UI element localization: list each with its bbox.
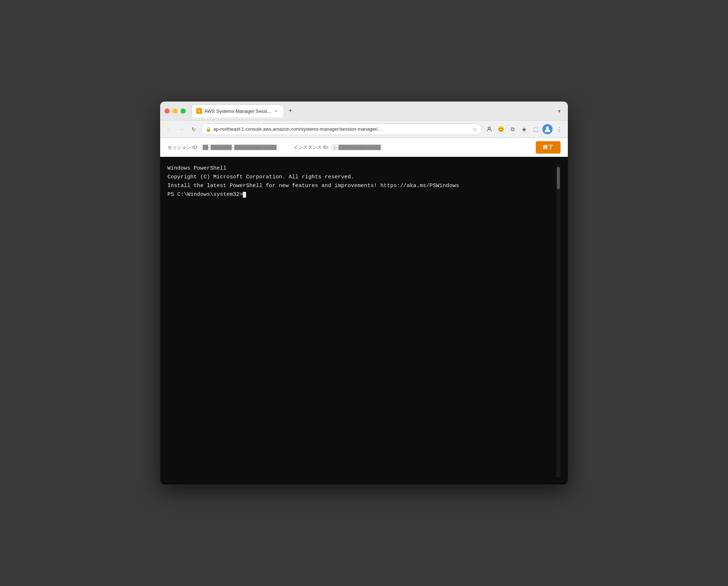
copy-icon[interactable]: ⧉ [507, 124, 518, 134]
tab-title: AWS Systems Manager Sessi... [204, 108, 271, 114]
terminal[interactable]: Windows PowerShell Copyright (C) Microso… [160, 157, 568, 484]
back-button[interactable]: ← [164, 124, 174, 134]
instance-id-info: インスタンス ID: i-████████████████ [293, 144, 383, 151]
instance-id-label: インスタンス ID: [293, 144, 329, 151]
new-tab-button[interactable]: + [285, 106, 296, 116]
back-icon: ← [166, 126, 171, 132]
terminal-prompt: PS C:\Windows\system32> [167, 190, 556, 199]
forward-button[interactable]: → [176, 124, 186, 134]
terminal-content: Windows PowerShell Copyright (C) Microso… [167, 164, 556, 477]
bookmark-star-icon[interactable]: ☆ [472, 126, 477, 132]
active-tab[interactable]: A AWS Systems Manager Sessi... × [191, 104, 284, 118]
browser-window: A AWS Systems Manager Sessi... × + ▾ ← →… [160, 102, 568, 484]
tab-favicon: A [196, 108, 202, 114]
forward-icon: → [179, 126, 184, 132]
session-id-value: ██-████████-████████████████ [201, 144, 278, 151]
reload-icon: ↻ [191, 126, 196, 132]
terminal-line-4: Install the latest PowerShell for new fe… [167, 182, 556, 190]
browser-icons: 😊 ⧉ ◈ ⬚ ⋮ [484, 124, 564, 134]
cast-icon[interactable]: ◈ [519, 124, 529, 134]
traffic-lights [165, 108, 186, 114]
extension-icon[interactable]: ⬚ [531, 124, 541, 134]
session-bar: セッション ID: ██-████████-████████████████ イ… [160, 138, 568, 157]
lock-icon: 🔒 [206, 127, 211, 132]
tab-bar: A AWS Systems Manager Sessi... × + [191, 102, 552, 120]
emoji-icon[interactable]: 😊 [496, 124, 506, 134]
url-text: ap-northeast-1.console.aws.amazon.com/sy… [213, 126, 470, 132]
terminate-button[interactable]: 終了 [536, 141, 561, 154]
terminal-line-1: Windows PowerShell [167, 164, 556, 173]
scrollbar[interactable] [556, 164, 561, 477]
titlebar: A AWS Systems Manager Sessi... × + ▾ [160, 102, 568, 120]
terminal-line-2: Copyright (C) Microsoft Corporation. All… [167, 173, 556, 182]
tab-close-button[interactable]: × [273, 108, 279, 114]
close-button[interactable] [165, 108, 170, 114]
session-id-label: セッション ID: [167, 144, 198, 151]
maximize-button[interactable] [181, 108, 186, 114]
window-controls-right: ▾ [555, 107, 563, 115]
session-id-info: セッション ID: ██-████████-████████████████ [167, 144, 279, 151]
svg-point-0 [488, 127, 490, 129]
dropdown-arrow-icon[interactable]: ▾ [555, 107, 563, 115]
reload-button[interactable]: ↻ [189, 124, 199, 134]
avatar[interactable] [542, 124, 553, 134]
url-bar[interactable]: 🔒 ap-northeast-1.console.aws.amazon.com/… [201, 123, 482, 135]
more-options-icon[interactable]: ⋮ [554, 124, 564, 134]
svg-point-1 [546, 126, 549, 129]
address-bar: ← → ↻ 🔒 ap-northeast-1.console.aws.amazo… [160, 120, 568, 138]
cursor [243, 192, 246, 198]
scrollbar-thumb[interactable] [557, 167, 560, 189]
minimize-button[interactable] [173, 108, 178, 114]
instance-id-value: i-████████████████ [331, 144, 383, 151]
profile-icon[interactable] [484, 124, 494, 134]
